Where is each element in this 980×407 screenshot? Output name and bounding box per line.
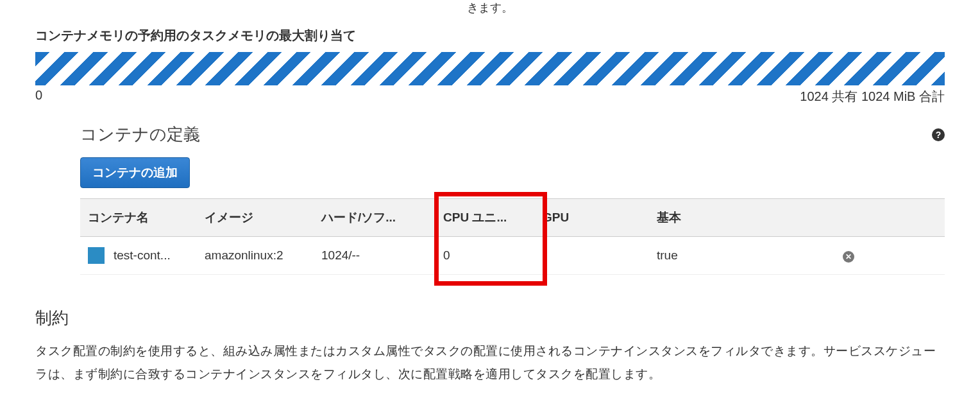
container-table-wrap: コンテナ名 イメージ ハード/ソフ... CPU ユニ... GPU 基本 bbox=[80, 198, 945, 275]
col-header-actions bbox=[752, 199, 945, 237]
col-header-cpu[interactable]: CPU ユニ... bbox=[435, 199, 535, 237]
container-essential-cell: true bbox=[649, 237, 752, 275]
container-table: コンテナ名 イメージ ハード/ソフ... CPU ユニ... GPU 基本 bbox=[80, 198, 945, 275]
container-gpu-cell bbox=[535, 237, 649, 275]
container-color-swatch bbox=[88, 247, 105, 264]
memory-usage-bar bbox=[35, 52, 945, 85]
constraints-description: タスク配置の制約を使用すると、組み込み属性またはカスタム属性でタスクの配置に使用… bbox=[35, 340, 945, 386]
add-container-button[interactable]: コンテナの追加 bbox=[80, 157, 190, 188]
col-header-gpu[interactable]: GPU bbox=[535, 199, 649, 237]
container-name-text: test-cont... bbox=[114, 248, 171, 263]
delete-icon[interactable]: ✕ bbox=[843, 251, 854, 263]
col-header-memory[interactable]: ハード/ソフ... bbox=[314, 199, 435, 237]
container-delete-cell: ✕ bbox=[752, 237, 945, 275]
container-image-cell: amazonlinux:2 bbox=[197, 237, 314, 275]
col-header-essential[interactable]: 基本 bbox=[649, 199, 752, 237]
container-cpu-cell: 0 bbox=[435, 237, 535, 275]
table-row: test-cont... amazonlinux:2 1024/-- 0 tru… bbox=[80, 237, 945, 275]
container-memory-cell: 1024/-- bbox=[314, 237, 435, 275]
memory-bar-min-label: 0 bbox=[35, 88, 42, 105]
container-name-cell[interactable]: test-cont... bbox=[80, 237, 197, 275]
help-icon[interactable]: ? bbox=[932, 128, 945, 141]
constraints-heading: 制約 bbox=[35, 307, 945, 329]
memory-allocation-heading: コンテナメモリの予約用のタスクメモリの最大割り当て bbox=[35, 27, 945, 44]
memory-bar-max-label: 1024 共有 1024 MiB 合計 bbox=[800, 88, 945, 105]
prior-section-fragment: きます。 bbox=[0, 0, 980, 15]
col-header-name[interactable]: コンテナ名 bbox=[80, 199, 197, 237]
container-definitions-heading: コンテナの定義 bbox=[80, 123, 200, 146]
col-header-image[interactable]: イメージ bbox=[197, 199, 314, 237]
